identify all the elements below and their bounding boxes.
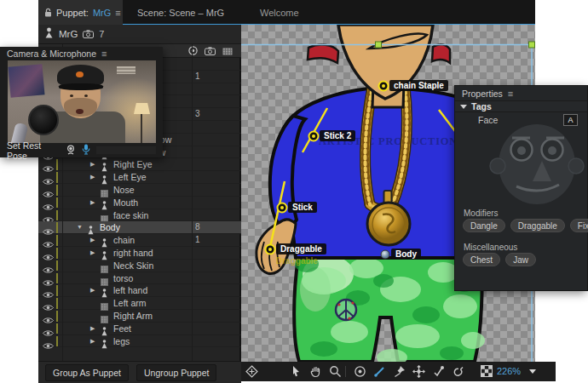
- tree-row-legs[interactable]: ▶legs: [38, 335, 241, 348]
- tree-row-neck-skin[interactable]: Neck Skin: [38, 260, 241, 272]
- render-tick: [56, 222, 58, 233]
- properties-title: Properties: [462, 89, 503, 99]
- dangle-tool-icon[interactable]: [432, 365, 446, 379]
- tree-row-left-eye[interactable]: ▶Left Eye: [38, 171, 241, 184]
- rig-pin-dot: [280, 206, 284, 209]
- mesh-column-icon[interactable]: [222, 43, 233, 59]
- misc-chest-pill[interactable]: Chest: [463, 253, 500, 266]
- set-rest-pose-button[interactable]: Set Rest Pose: [7, 140, 60, 161]
- render-tick: [56, 273, 58, 284]
- mic-pop-filter: [28, 105, 59, 135]
- camera-panel-footer: Set Rest Pose: [0, 143, 163, 157]
- tree-row-right-arm[interactable]: Right Arm: [38, 310, 241, 323]
- transform-tool-icon[interactable]: [412, 365, 426, 379]
- webcam-icon[interactable]: [66, 143, 76, 158]
- expand-arrow-icon[interactable]: ▼: [77, 221, 83, 234]
- selection-tool-icon[interactable]: [290, 365, 303, 379]
- visibility-eye-icon[interactable]: [43, 338, 54, 353]
- layer-label: Left arm: [113, 297, 147, 310]
- tab-puppet[interactable]: Puppet: MrG ≡: [38, 0, 123, 25]
- cap-brim: [59, 83, 103, 90]
- zoom-tool-icon[interactable]: [329, 365, 343, 379]
- render-tick: [56, 260, 58, 272]
- tree-row-left-hand[interactable]: ▶left hand: [38, 284, 241, 297]
- tab-puppet-prefix: Puppet:: [56, 8, 89, 18]
- tree-row-feet[interactable]: ▶Feet: [38, 323, 241, 335]
- tree-row-torso[interactable]: torso: [38, 272, 241, 285]
- tags-section-header[interactable]: Tags: [455, 100, 587, 112]
- expand-arrow-icon[interactable]: ▶: [90, 158, 95, 171]
- hand-tool-icon[interactable]: [309, 365, 323, 379]
- panel-menu-icon[interactable]: ≡: [101, 49, 107, 59]
- tab-bar: Puppet: MrG ≡ Scene: Scene – MrG Welcome: [38, 0, 535, 25]
- layer-label: Nose: [113, 184, 135, 197]
- tab-puppet-name: MrG: [93, 8, 111, 18]
- record-takes-icon[interactable]: [354, 365, 367, 379]
- attach-tool-icon[interactable]: [452, 365, 465, 379]
- canvas-tag-draggable[interactable]: Draggable: [276, 243, 326, 254]
- canvas-zoom-value[interactable]: 226%: [497, 366, 521, 376]
- tree-row-body[interactable]: ▼Body8: [38, 221, 241, 234]
- tab-scene[interactable]: Scene: Scene – MrG: [130, 0, 231, 25]
- render-tick: [56, 159, 58, 170]
- layer-count: 1: [195, 71, 200, 83]
- tree-row-chain[interactable]: ▶chain1: [38, 234, 241, 247]
- body-tag-icon[interactable]: [381, 250, 389, 259]
- expand-arrow-icon[interactable]: ▶: [90, 197, 95, 209]
- tree-row-mouth[interactable]: ▶Mouth: [38, 197, 241, 209]
- camera-mic-panel: Camera & Microphone ≡ Set Rest Pose: [0, 47, 163, 157]
- layer-label: face skin: [113, 209, 148, 222]
- tree-row-face-skin[interactable]: face skin: [38, 209, 241, 222]
- transparency-grid-icon[interactable]: [481, 365, 494, 379]
- record-column-icon[interactable]: [188, 43, 198, 59]
- air-vent: [117, 66, 135, 74]
- expand-arrow-icon[interactable]: ▶: [90, 171, 95, 184]
- canvas-tag-chain-staple[interactable]: chain Staple: [389, 80, 448, 91]
- tree-row-right-eye[interactable]: ▶Right Eye: [38, 158, 241, 171]
- rig-mode-icon[interactable]: [245, 365, 259, 379]
- expand-arrow-icon[interactable]: ▶: [90, 247, 95, 260]
- pin-tool-icon[interactable]: [393, 365, 406, 379]
- render-tick: [56, 323, 58, 334]
- panel-menu-icon[interactable]: ≡: [508, 89, 513, 99]
- modifier-draggable-pill[interactable]: Draggable: [510, 219, 565, 232]
- layer-label: Feet: [113, 323, 131, 335]
- canvas-toolbar: 226%: [241, 362, 556, 381]
- canvas-tag-body[interactable]: Body: [391, 249, 421, 260]
- canvas-tag-stick-2[interactable]: Stick 2: [320, 130, 355, 141]
- lock-icon[interactable]: [44, 5, 52, 20]
- expand-arrow-icon[interactable]: ▶: [90, 335, 95, 348]
- modifiers-header: Modifiers: [464, 209, 499, 218]
- misc-header: Miscellaneous: [464, 243, 517, 252]
- collapse-triangle-icon[interactable]: [460, 105, 467, 109]
- layer-label: Right Arm: [113, 310, 153, 323]
- tree-row-left-arm[interactable]: Left arm: [38, 297, 241, 310]
- mic-icon[interactable]: [82, 143, 90, 158]
- stick-tool-icon[interactable]: [373, 365, 387, 379]
- puppet-root-row[interactable]: MrG 7: [38, 25, 241, 44]
- camera-column-icon[interactable]: [205, 43, 216, 59]
- panel-footer: Group As Puppet Ungroup Puppet: [38, 361, 241, 383]
- toolbar-separator: [345, 366, 346, 377]
- audio-level-meter: [96, 146, 156, 154]
- lamp-pole: [141, 114, 142, 143]
- render-tick: [56, 311, 58, 322]
- tree-row-nose[interactable]: Nose: [38, 184, 241, 197]
- layer-label: right hand: [113, 247, 153, 260]
- expand-arrow-icon[interactable]: ▶: [90, 234, 95, 247]
- modifier-fixed-pill[interactable]: Fixed: [570, 219, 588, 232]
- tree-row-right-hand[interactable]: ▶right hand: [38, 247, 241, 260]
- misc-jaw-pill[interactable]: Jaw: [505, 253, 536, 266]
- tab-welcome[interactable]: Welcome: [253, 0, 306, 25]
- render-tick: [56, 235, 58, 246]
- expand-arrow-icon[interactable]: ▶: [90, 323, 95, 335]
- render-tick: [56, 336, 58, 347]
- expand-arrow-icon[interactable]: ▶: [90, 284, 95, 297]
- canvas-tag-stick[interactable]: Stick: [288, 202, 317, 213]
- ungroup-puppet-button[interactable]: Ungroup Puppet: [136, 364, 216, 381]
- zoom-dropdown-caret[interactable]: [529, 369, 536, 374]
- modifier-dangle-pill[interactable]: Dangle: [463, 219, 505, 232]
- panel-menu-icon[interactable]: ≡: [115, 8, 120, 18]
- camera-count-icon: [83, 26, 94, 42]
- group-as-puppet-button[interactable]: Group As Puppet: [45, 364, 129, 381]
